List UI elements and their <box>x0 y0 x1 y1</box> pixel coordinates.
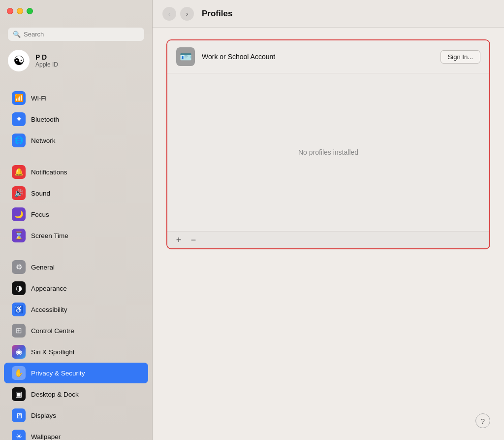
sidebar-item-label: Sound <box>31 190 50 197</box>
sidebar-item-focus[interactable]: 🌙 Focus <box>4 204 148 225</box>
sidebar-section-network: 📶 Wi-Fi ✦ Bluetooth 🌐 Network <box>0 87 152 151</box>
sidebar-item-wallpaper[interactable]: ☀ Wallpaper <box>4 426 148 440</box>
sidebar-item-label: Focus <box>31 211 49 218</box>
work-account-label: Work or School Account <box>202 53 434 61</box>
avatar: ☯ <box>8 50 30 71</box>
apple-id-label: Apple ID <box>35 61 58 68</box>
sidebar-item-general[interactable]: ⚙ General <box>4 257 148 277</box>
traffic-lights <box>7 8 33 14</box>
user-name: P D <box>35 53 58 61</box>
sidebar-item-label: Displays <box>31 412 56 419</box>
close-button[interactable] <box>7 8 13 14</box>
notifications-icon: 🔔 <box>12 165 26 179</box>
siri-icon: ◉ <box>12 345 26 359</box>
remove-profile-button[interactable]: − <box>188 235 199 245</box>
sidebar-item-siri[interactable]: ◉ Siri & Spotlight <box>4 341 148 362</box>
profiles-list-area: No profiles installed <box>167 73 489 231</box>
forward-button[interactable]: › <box>180 7 194 21</box>
titlebar: ‹ › Profiles <box>153 0 504 28</box>
sidebar-item-label: Screen Time <box>31 232 68 239</box>
sidebar-item-label: General <box>31 264 55 271</box>
general-icon: ⚙ <box>12 260 26 274</box>
page-title: Profiles <box>202 9 232 19</box>
search-bar: 🔍 <box>8 28 144 41</box>
sidebar-item-label: Privacy & Security <box>31 370 85 377</box>
sidebar-item-appearance[interactable]: ◑ Appearance <box>4 278 148 299</box>
privacy-icon: ✋ <box>12 366 26 380</box>
apple-id-text: P D Apple ID <box>35 53 58 68</box>
sidebar-item-label: Network <box>31 137 56 144</box>
sidebar-item-privacy[interactable]: ✋ Privacy & Security <box>4 363 148 383</box>
accessibility-icon: ♿ <box>12 303 26 316</box>
wallpaper-icon: ☀ <box>12 430 26 440</box>
screentime-icon: ⌛ <box>12 229 26 242</box>
sidebar-item-screentime[interactable]: ⌛ Screen Time <box>4 225 148 246</box>
sidebar-item-label: Wallpaper <box>31 433 61 440</box>
sidebar-item-label: Appearance <box>31 285 67 292</box>
sidebar-item-bluetooth[interactable]: ✦ Bluetooth <box>4 109 148 130</box>
work-account-row: 🪪 Work or School Account Sign In... <box>167 40 489 73</box>
sidebar-item-displays[interactable]: 🖥 Displays <box>4 405 148 426</box>
desktop-icon: ▣ <box>12 387 26 401</box>
search-icon: 🔍 <box>13 31 21 38</box>
profiles-panel: 🪪 Work or School Account Sign In... No p… <box>166 39 490 249</box>
profiles-toolbar: + − <box>167 231 489 248</box>
back-button[interactable]: ‹ <box>162 7 176 21</box>
apple-id-row[interactable]: ☯ P D Apple ID <box>0 45 152 76</box>
sidebar-item-label: Siri & Spotlight <box>31 348 75 356</box>
sidebar-item-label: Desktop & Dock <box>31 391 79 398</box>
sidebar: 🔍 ☯ P D Apple ID 📶 Wi-Fi ✦ Bluetooth <box>0 0 153 440</box>
network-icon: 🌐 <box>12 134 26 147</box>
sidebar-section-preferences: ⚙ General ◑ Appearance ♿ Accessibility ⊞… <box>0 256 152 440</box>
maximize-button[interactable] <box>27 8 33 14</box>
sidebar-item-label: Bluetooth <box>31 116 59 123</box>
appearance-icon: ◑ <box>12 281 26 295</box>
controlcentre-icon: ⊞ <box>12 324 26 338</box>
search-input[interactable] <box>24 31 139 38</box>
focus-icon: 🌙 <box>12 207 26 221</box>
work-account-icon: 🪪 <box>176 47 195 66</box>
sidebar-item-label: Wi-Fi <box>31 95 46 102</box>
sidebar-item-accessibility[interactable]: ♿ Accessibility <box>4 299 148 320</box>
no-profiles-text: No profiles installed <box>298 148 358 156</box>
add-profile-button[interactable]: + <box>173 235 184 245</box>
wifi-icon: 📶 <box>12 91 26 105</box>
bluetooth-icon: ✦ <box>12 112 26 126</box>
help-button[interactable]: ? <box>475 413 490 428</box>
main-content: ‹ › Profiles 🪪 Work or School Account Si… <box>153 0 504 440</box>
sidebar-section-system: 🔔 Notifications 🔊 Sound 🌙 Focus ⌛ Screen… <box>0 161 152 246</box>
minimize-button[interactable] <box>17 8 23 14</box>
sound-icon: 🔊 <box>12 186 26 200</box>
sign-in-button[interactable]: Sign In... <box>441 50 480 64</box>
sidebar-item-sound[interactable]: 🔊 Sound <box>4 183 148 203</box>
displays-icon: 🖥 <box>12 408 26 422</box>
sidebar-item-network[interactable]: 🌐 Network <box>4 130 148 151</box>
sidebar-item-desktop[interactable]: ▣ Desktop & Dock <box>4 384 148 405</box>
sidebar-item-label: Accessibility <box>31 306 67 313</box>
sidebar-item-controlcentre[interactable]: ⊞ Control Centre <box>4 320 148 341</box>
sidebar-item-label: Control Centre <box>31 327 74 335</box>
sidebar-item-notifications[interactable]: 🔔 Notifications <box>4 162 148 182</box>
sidebar-item-wifi[interactable]: 📶 Wi-Fi <box>4 88 148 108</box>
sidebar-item-label: Notifications <box>31 169 67 176</box>
content-area: 🪪 Work or School Account Sign In... No p… <box>153 28 504 440</box>
